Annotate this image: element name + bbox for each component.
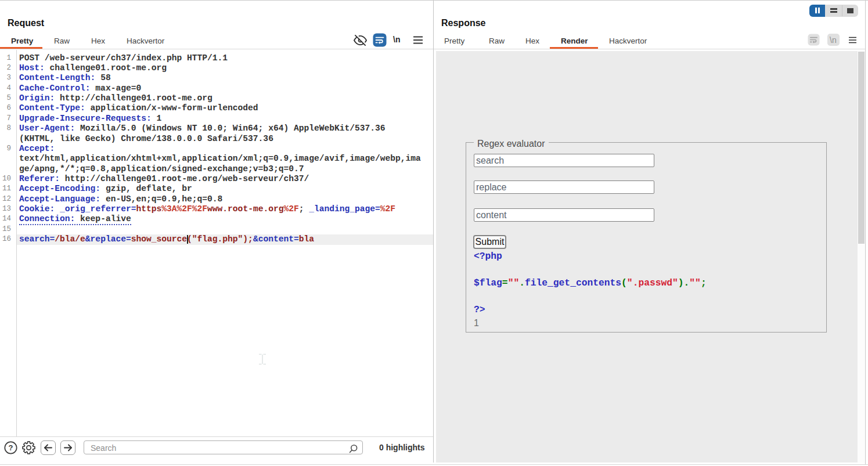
svg-text:?: ? [9,443,13,452]
